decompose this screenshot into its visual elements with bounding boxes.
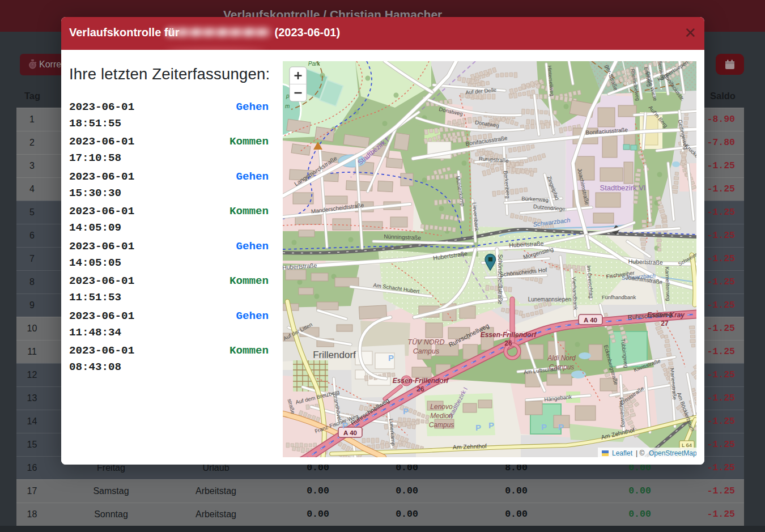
svg-text:Nünningstraße: Nünningstraße <box>384 233 421 241</box>
svg-text:Campus: Campus <box>413 347 440 355</box>
svg-text:P: P <box>488 420 494 430</box>
svg-text:Park: Park <box>308 61 321 67</box>
svg-text:Stadtbezirk VI: Stadtbezirk VI <box>600 184 646 192</box>
svg-text:OpenStreetMap: OpenStreetMap <box>649 449 696 457</box>
svg-text:Medion: Medion <box>430 412 453 420</box>
svg-text:Frillendorf: Frillendorf <box>313 350 356 360</box>
svg-text:Am Zehnthof: Am Zehnthof <box>453 442 487 450</box>
svg-text:Fünfhandbank: Fünfhandbank <box>602 294 636 300</box>
svg-text:Lunemannsiepen: Lunemannsiepen <box>528 296 572 303</box>
svg-text:P: P <box>403 406 409 416</box>
svg-text:A 40: A 40 <box>584 317 597 324</box>
svg-text:Hubertstraße: Hubertstraße <box>628 258 663 266</box>
svg-text:Leaflet: Leaflet <box>612 449 633 457</box>
svg-text:Schönscheidtstraße: Schönscheidtstraße <box>497 254 503 305</box>
svg-text:| ©: | © <box>636 449 644 457</box>
svg-text:P: P <box>388 353 394 363</box>
svg-text:P: P <box>475 423 481 432</box>
svg-text:Essen-Frillendorf: Essen-Frillendorf <box>393 377 449 385</box>
svg-text:TÜV NORD: TÜV NORD <box>407 338 444 346</box>
svg-text:P: P <box>558 422 564 432</box>
svg-text:P: P <box>342 420 348 430</box>
svg-text:Lenovo: Lenovo <box>430 403 453 411</box>
svg-text:A 40: A 40 <box>343 429 357 436</box>
svg-text:Aldi Nord: Aldi Nord <box>547 354 576 362</box>
svg-text:Karmeliterweg: Karmeliterweg <box>664 266 672 301</box>
svg-text:27: 27 <box>661 320 669 327</box>
svg-text:26: 26 <box>504 339 512 347</box>
svg-text:m: m <box>285 103 290 109</box>
svg-text:Essen-Frillendorf: Essen-Frillendorf <box>481 331 537 339</box>
svg-text:L 64: L 64 <box>682 442 692 448</box>
svg-text:Campus: Campus <box>429 421 454 429</box>
svg-text:26: 26 <box>416 385 424 393</box>
svg-text:P: P <box>541 422 547 432</box>
